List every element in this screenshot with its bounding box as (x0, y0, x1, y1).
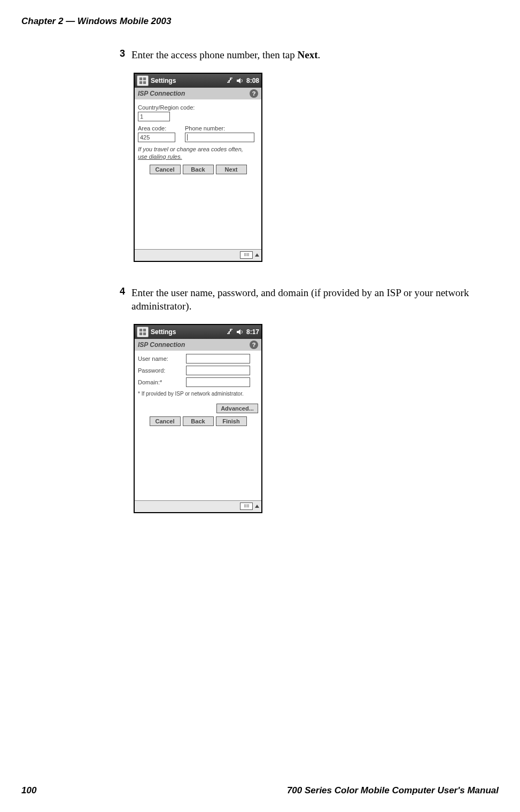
speaker-icon[interactable] (236, 328, 244, 336)
svg-rect-5 (139, 329, 142, 331)
subheader: ISP Connection ? (135, 88, 261, 99)
label-country: Country/Region code: (138, 104, 258, 111)
screenshot-credentials: Settings 8:17 ISP Connection ? (134, 324, 262, 513)
step-4-text: Enter the user name, password, and domai… (131, 286, 493, 313)
label-username: User name: (138, 355, 186, 362)
svg-rect-3 (143, 81, 146, 84)
back-button[interactable]: Back (183, 416, 214, 426)
advanced-button[interactable]: Advanced... (216, 404, 258, 413)
clock-time: 8:17 (246, 328, 259, 336)
connectivity-icon[interactable] (226, 77, 234, 84)
label-password: Password: (138, 367, 186, 374)
page-number: 100 (21, 785, 36, 796)
input-domain[interactable] (186, 377, 250, 387)
label-area: Area code: (138, 125, 181, 132)
svg-rect-6 (143, 329, 146, 331)
svg-marker-9 (237, 329, 240, 335)
input-country[interactable]: 1 (138, 112, 170, 121)
bottom-bar: ⠿⠿ (135, 500, 261, 512)
step-4: 4 Enter the user name, password, and dom… (118, 286, 493, 313)
step-3: 3 Enter the access phone number, then ta… (118, 48, 493, 62)
svg-rect-7 (139, 332, 142, 335)
label-phone: Phone number: (185, 125, 258, 132)
svg-rect-2 (139, 81, 142, 84)
svg-rect-8 (143, 332, 146, 335)
start-icon[interactable] (137, 75, 149, 86)
step-3-text: Enter the access phone number, then tap … (131, 48, 320, 62)
finish-button[interactable]: Finish (216, 416, 247, 426)
arrow-up-icon[interactable] (255, 253, 259, 257)
keyboard-icon[interactable]: ⠿⠿ (240, 251, 253, 259)
cancel-button[interactable]: Cancel (150, 165, 181, 174)
screenshot-phone-number: Settings 8:08 ISP Connection ? (134, 73, 262, 262)
input-phone[interactable] (185, 133, 254, 142)
hint-line1: If you travel or change area codes often… (138, 146, 243, 152)
connectivity-icon[interactable] (226, 328, 234, 336)
start-icon[interactable] (137, 327, 149, 337)
step-3-text-after: . (318, 49, 321, 60)
arrow-up-icon[interactable] (255, 505, 259, 508)
input-password[interactable] (186, 366, 250, 375)
help-icon[interactable]: ? (250, 89, 258, 98)
svg-rect-1 (143, 78, 146, 80)
cancel-button[interactable]: Cancel (150, 416, 181, 426)
next-button[interactable]: Next (216, 165, 247, 174)
svg-marker-4 (237, 78, 240, 83)
titlebar: Settings 8:17 (135, 325, 261, 339)
titlebar-title: Settings (151, 77, 176, 84)
step-3-text-bold: Next (298, 49, 318, 60)
subheader-text: ISP Connection (138, 90, 185, 97)
hint-text: If you travel or change area codes often… (138, 145, 258, 161)
svg-rect-0 (139, 78, 142, 80)
titlebar-title: Settings (151, 328, 176, 336)
help-icon[interactable]: ? (250, 341, 258, 349)
step-4-number: 4 (118, 286, 125, 297)
step-3-number: 3 (118, 48, 125, 59)
bottom-bar: ⠿⠿ (135, 249, 261, 261)
use-dialing-rules-link[interactable]: use dialing rules. (138, 153, 182, 160)
input-area[interactable]: 425 (138, 133, 175, 142)
clock-time: 8:08 (246, 77, 259, 84)
speaker-icon[interactable] (236, 77, 244, 84)
step-3-text-before: Enter the access phone number, then tap (131, 49, 298, 60)
back-button[interactable]: Back (183, 165, 214, 174)
page-header: Chapter 2 — Windows Mobile 2003 (21, 16, 499, 27)
input-username[interactable] (186, 354, 250, 364)
text-cursor-icon (187, 134, 188, 141)
titlebar: Settings 8:08 (135, 74, 261, 88)
subheader-text: ISP Connection (138, 341, 185, 349)
keyboard-icon[interactable]: ⠿⠿ (240, 502, 253, 510)
label-domain: Domain:* (138, 379, 186, 385)
page-footer: 100 700 Series Color Mobile Computer Use… (21, 785, 499, 796)
subheader: ISP Connection ? (135, 339, 261, 351)
hint-text: * If provided by ISP or network administ… (138, 390, 258, 397)
manual-title: 700 Series Color Mobile Computer User's … (287, 785, 499, 796)
